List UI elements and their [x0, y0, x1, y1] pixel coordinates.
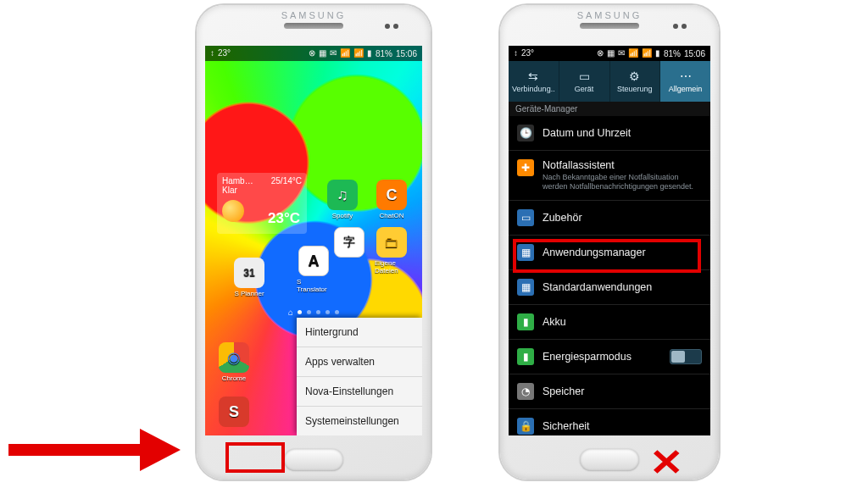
- controls-icon: ⚙: [629, 69, 640, 83]
- accessory-icon: ▭: [517, 209, 534, 226]
- weather-hilo: 25/14°C: [271, 176, 302, 186]
- phone-right: SAMSUNG ↕ 23° ⊗ ▦ ✉ 📶 📶 ▮ 81% 15:06 ⇆: [500, 5, 719, 480]
- battery-pct: 81%: [376, 49, 392, 58]
- phone-left: SAMSUNG ↕ 23° ⊗ ▦ ✉ 📶 📶 ▮ 81% 15:06: [197, 5, 431, 480]
- clock: 15:06: [396, 49, 417, 58]
- row-label: Anwendungsmanager: [542, 247, 646, 258]
- tab-label: Verbindung..: [512, 85, 555, 93]
- battery-row-icon: ▮: [517, 313, 534, 330]
- device-icon: ▭: [579, 69, 590, 83]
- lock-icon: 🔒: [517, 418, 534, 435]
- row-label: Notfallassistent: [542, 159, 615, 171]
- tab-label: Allgemein: [669, 85, 703, 93]
- weather-widget[interactable]: Hamb… 25/14°C Klar 23°C: [217, 173, 307, 234]
- signal-icon: 📶: [353, 49, 364, 58]
- app-label: Eigene Dateien: [375, 259, 409, 274]
- mute-icon: ⊗: [309, 49, 315, 58]
- translator-icon: 字: [334, 227, 364, 258]
- clock: 15:06: [684, 49, 705, 58]
- status-bar: ↕ 23° ⊗ ▦ ✉ 📶 📶 ▮ 81% 15:06: [509, 46, 710, 61]
- powersave-icon: ▮: [517, 348, 534, 365]
- row-accessory[interactable]: ▭ Zubehör: [509, 201, 710, 236]
- settings-tabs: ⇆ Verbindung.. ▭ Gerät ⚙ Steuerung ⋯ All…: [509, 61, 710, 102]
- row-emergency[interactable]: ✚ Notfallassistent Nach Bekanntgabe eine…: [509, 151, 710, 201]
- nfc-icon: ▦: [319, 49, 326, 58]
- weather-temp: 23°C: [268, 210, 300, 227]
- emergency-icon: ✚: [517, 159, 534, 176]
- app-spotify[interactable]: ♫ Spotify: [326, 180, 359, 219]
- tab-label: Gerät: [575, 85, 594, 93]
- row-defaultapps[interactable]: ▦ Standardanwendungen: [509, 270, 710, 305]
- section-header: Geräte-Manager: [509, 102, 710, 116]
- chaton-icon: C: [376, 180, 407, 210]
- row-datetime[interactable]: 🕒 Datum und Uhrzeit: [509, 116, 710, 151]
- default-apps-icon: ▦: [517, 279, 534, 296]
- temp-indicator: 23°: [521, 49, 534, 58]
- spotify-icon: ♫: [327, 180, 358, 210]
- row-battery[interactable]: ▮ Akku: [509, 305, 710, 340]
- row-label: Zubehör: [542, 212, 582, 224]
- row-label: Speicher: [542, 385, 584, 397]
- page-indicator[interactable]: ⌂: [205, 310, 422, 314]
- app-chaton[interactable]: C ChatON: [375, 180, 409, 219]
- chrome-icon: ◉: [219, 342, 249, 373]
- app-translator2[interactable]: 字: [332, 227, 366, 258]
- context-menu: Hintergrund Apps verwalten Nova-Einstell…: [297, 318, 422, 435]
- app-translator[interactable]: A S Translator: [297, 246, 331, 293]
- tab-device[interactable]: ▭ Gerät: [559, 61, 610, 102]
- connections-icon: ⇆: [528, 69, 538, 83]
- row-label: Standardanwendungen: [542, 281, 652, 293]
- sensor-dots: [385, 24, 398, 29]
- app-label: Spotify: [332, 212, 353, 219]
- app-files[interactable]: 🗀 Eigene Dateien: [375, 227, 409, 274]
- bezel-top: [500, 5, 719, 46]
- app-chrome[interactable]: ◉ Chrome: [217, 342, 251, 382]
- tab-controls[interactable]: ⚙ Steuerung: [610, 61, 661, 102]
- battery-icon: ▮: [655, 49, 660, 58]
- ctx-item-system-settings[interactable]: Systemeinstellungen: [297, 406, 422, 435]
- temp-indicator: 23°: [218, 49, 231, 58]
- screen-left: ↕ 23° ⊗ ▦ ✉ 📶 📶 ▮ 81% 15:06 Hamb… 25/14°…: [205, 46, 422, 435]
- earpiece: [284, 23, 343, 29]
- ctx-item-manage-apps[interactable]: Apps verwalten: [297, 347, 422, 376]
- more-icon: ⋯: [680, 69, 692, 83]
- home-button[interactable]: [284, 449, 343, 471]
- status-bar: ↕ 23° ⊗ ▦ ✉ 📶 📶 ▮ 81% 15:06: [205, 46, 422, 61]
- s-app-icon: S: [219, 396, 249, 427]
- row-label: Datum und Uhrzeit: [542, 127, 631, 139]
- ctx-item-nova-settings[interactable]: Nova-Einstellungen: [297, 376, 422, 406]
- storage-icon: ◔: [517, 383, 534, 400]
- wifi-icon: 📶: [340, 49, 350, 58]
- calendar-icon: 31: [234, 258, 264, 288]
- app-splanner[interactable]: 31 S Planner: [232, 258, 266, 297]
- ctx-item-wallpaper[interactable]: Hintergrund: [297, 318, 422, 347]
- sun-icon: [222, 200, 244, 222]
- row-sublabel: Nach Bekanntgabe einer Notfallsituation …: [542, 173, 702, 191]
- apps-icon: ▦: [517, 244, 534, 261]
- earpiece: [580, 23, 639, 29]
- translator-a-icon: A: [298, 246, 329, 276]
- mute-icon: ⊗: [597, 49, 604, 58]
- tab-label: Steuerung: [617, 85, 653, 93]
- tab-general[interactable]: ⋯ Allgemein: [660, 61, 710, 102]
- battery-icon: ▮: [367, 49, 372, 58]
- row-powersave[interactable]: ▮ Energiesparmodus: [509, 340, 710, 374]
- powersave-toggle[interactable]: [670, 349, 702, 364]
- bezel-top: [197, 5, 431, 46]
- row-appmanager[interactable]: ▦ Anwendungsmanager: [509, 236, 710, 270]
- row-security[interactable]: 🔒 Sicherheit: [509, 409, 710, 435]
- sensor-dots: [673, 24, 687, 29]
- screen-right: ↕ 23° ⊗ ▦ ✉ 📶 📶 ▮ 81% 15:06 ⇆ Verbindung…: [509, 46, 710, 435]
- usb-icon: ↕: [210, 49, 214, 58]
- row-storage[interactable]: ◔ Speicher: [509, 374, 710, 409]
- clock-icon: 🕒: [517, 125, 534, 141]
- row-label: Akku: [542, 316, 566, 328]
- usb-icon: ↕: [514, 49, 518, 58]
- mail-icon: ✉: [330, 49, 337, 58]
- home-button[interactable]: [580, 449, 639, 471]
- app-s[interactable]: S: [217, 396, 251, 427]
- battery-pct: 81%: [664, 49, 681, 58]
- tab-connections[interactable]: ⇆ Verbindung..: [509, 61, 559, 102]
- app-label: S Translator: [297, 278, 331, 293]
- home-dot-icon: ⌂: [288, 310, 292, 314]
